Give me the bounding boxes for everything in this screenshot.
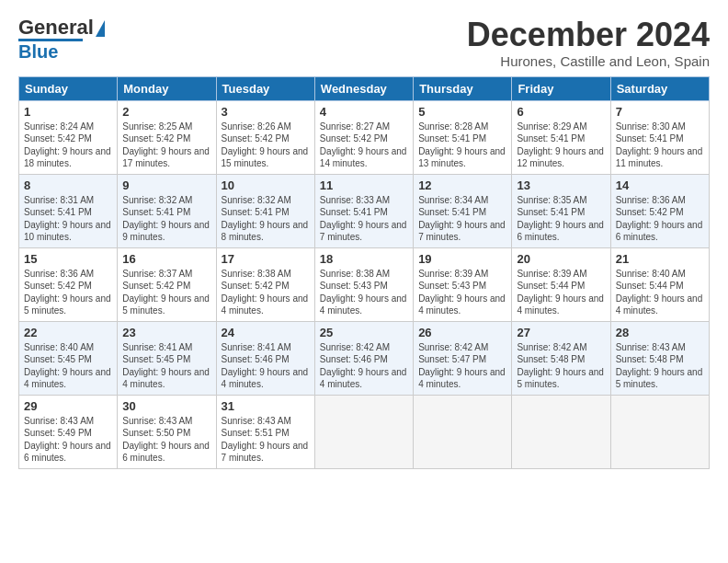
day-number: 5 [418, 105, 506, 119]
day-number: 25 [320, 326, 408, 339]
daylight-label: Daylight: 9 hours and 6 minutes. [122, 441, 210, 464]
sunset-label: Sunset: 5:41 PM [418, 207, 486, 217]
table-row [512, 395, 610, 468]
daylight-label: Daylight: 9 hours and 15 minutes. [222, 146, 309, 169]
table-row: 15 Sunrise: 8:36 AM Sunset: 5:42 PM Dayl… [19, 247, 118, 321]
table-row: 24 Sunrise: 8:41 AM Sunset: 5:46 PM Dayl… [216, 321, 314, 395]
table-row: 28 Sunrise: 8:43 AM Sunset: 5:48 PM Dayl… [610, 321, 709, 395]
sunrise-label: Sunrise: 8:32 AM [122, 195, 192, 205]
day-number: 19 [418, 252, 506, 266]
col-thursday: Thursday [414, 76, 512, 100]
sunset-label: Sunset: 5:43 PM [320, 281, 388, 291]
day-number: 26 [418, 326, 506, 339]
sunrise-label: Sunrise: 8:38 AM [320, 269, 390, 279]
title-block: December 2024 Hurones, Castille and Leon… [467, 17, 710, 69]
daylight-label: Daylight: 9 hours and 14 minutes. [320, 146, 407, 169]
sunset-label: Sunset: 5:50 PM [122, 428, 190, 438]
calendar: Sunday Monday Tuesday Wednesday Thursday… [18, 76, 710, 469]
table-row: 20 Sunrise: 8:39 AM Sunset: 5:44 PM Dayl… [512, 247, 610, 321]
table-row: 4 Sunrise: 8:27 AM Sunset: 5:42 PM Dayli… [314, 100, 413, 174]
day-number: 13 [517, 178, 605, 192]
table-row [314, 395, 413, 468]
daylight-label: Daylight: 9 hours and 7 minutes. [222, 441, 309, 464]
logo: General Blue [18, 17, 105, 62]
table-row: 22 Sunrise: 8:40 AM Sunset: 5:45 PM Dayl… [19, 321, 118, 395]
sunset-label: Sunset: 5:41 PM [222, 207, 290, 217]
sunset-label: Sunset: 5:42 PM [24, 281, 92, 291]
day-number: 29 [24, 399, 112, 413]
sunset-label: Sunset: 5:42 PM [616, 207, 684, 217]
table-row: 30 Sunrise: 8:43 AM Sunset: 5:50 PM Dayl… [118, 395, 216, 468]
sunset-label: Sunset: 5:43 PM [418, 281, 486, 291]
daylight-label: Daylight: 9 hours and 6 minutes. [517, 220, 604, 243]
day-number: 12 [418, 178, 506, 192]
sunset-label: Sunset: 5:44 PM [517, 281, 585, 291]
table-row: 23 Sunrise: 8:41 AM Sunset: 5:45 PM Dayl… [118, 321, 216, 395]
day-number: 30 [122, 399, 210, 413]
sunrise-label: Sunrise: 8:43 AM [222, 416, 291, 426]
daylight-label: Daylight: 9 hours and 5 minutes. [517, 367, 604, 390]
sunrise-label: Sunrise: 8:39 AM [418, 269, 488, 279]
day-number: 20 [517, 252, 605, 266]
header-row: Sunday Monday Tuesday Wednesday Thursday… [19, 76, 710, 100]
day-number: 11 [320, 178, 408, 192]
daylight-label: Daylight: 9 hours and 4 minutes. [320, 367, 407, 390]
logo-blue: Blue [18, 41, 58, 62]
daylight-label: Daylight: 9 hours and 5 minutes. [616, 367, 703, 390]
daylight-label: Daylight: 9 hours and 6 minutes. [24, 441, 111, 464]
table-row: 7 Sunrise: 8:30 AM Sunset: 5:41 PM Dayli… [610, 100, 709, 174]
daylight-label: Daylight: 9 hours and 9 minutes. [122, 220, 210, 243]
sunrise-label: Sunrise: 8:30 AM [616, 121, 686, 132]
daylight-label: Daylight: 9 hours and 5 minutes. [122, 293, 210, 316]
day-number: 7 [616, 105, 704, 119]
page: General Blue December 2024 Hurones, Cast… [0, 0, 728, 563]
sunrise-label: Sunrise: 8:42 AM [418, 342, 488, 352]
daylight-label: Daylight: 9 hours and 8 minutes. [222, 220, 309, 243]
daylight-label: Daylight: 9 hours and 4 minutes. [122, 367, 210, 390]
day-number: 21 [616, 252, 704, 266]
sunrise-label: Sunrise: 8:36 AM [616, 195, 686, 205]
table-row: 26 Sunrise: 8:42 AM Sunset: 5:47 PM Dayl… [414, 321, 512, 395]
sunset-label: Sunset: 5:49 PM [24, 428, 92, 438]
sunrise-label: Sunrise: 8:27 AM [320, 121, 390, 132]
table-row: 11 Sunrise: 8:33 AM Sunset: 5:41 PM Dayl… [314, 174, 413, 247]
table-row: 16 Sunrise: 8:37 AM Sunset: 5:42 PM Dayl… [118, 247, 216, 321]
day-number: 9 [122, 178, 210, 192]
sunset-label: Sunset: 5:45 PM [122, 354, 190, 364]
day-number: 16 [122, 252, 210, 266]
sunset-label: Sunset: 5:48 PM [616, 354, 684, 364]
daylight-label: Daylight: 9 hours and 4 minutes. [616, 293, 703, 316]
day-number: 15 [24, 252, 112, 266]
sunrise-label: Sunrise: 8:28 AM [418, 121, 488, 132]
daylight-label: Daylight: 9 hours and 4 minutes. [418, 367, 506, 390]
daylight-label: Daylight: 9 hours and 18 minutes. [24, 146, 111, 169]
table-row: 13 Sunrise: 8:35 AM Sunset: 5:41 PM Dayl… [512, 174, 610, 247]
day-number: 14 [616, 178, 704, 192]
col-saturday: Saturday [610, 76, 709, 100]
sunset-label: Sunset: 5:42 PM [222, 281, 290, 291]
day-number: 1 [24, 105, 112, 119]
sunrise-label: Sunrise: 8:40 AM [616, 269, 686, 279]
table-row: 19 Sunrise: 8:39 AM Sunset: 5:43 PM Dayl… [414, 247, 512, 321]
table-row: 10 Sunrise: 8:32 AM Sunset: 5:41 PM Dayl… [216, 174, 314, 247]
day-number: 31 [222, 399, 310, 413]
sunset-label: Sunset: 5:41 PM [24, 207, 92, 217]
daylight-label: Daylight: 9 hours and 4 minutes. [418, 293, 506, 316]
sunrise-label: Sunrise: 8:41 AM [222, 342, 291, 352]
month-title: December 2024 [467, 17, 710, 53]
table-row: 8 Sunrise: 8:31 AM Sunset: 5:41 PM Dayli… [19, 174, 118, 247]
day-number: 2 [122, 105, 210, 119]
table-row: 6 Sunrise: 8:29 AM Sunset: 5:41 PM Dayli… [512, 100, 610, 174]
week-row-5: 29 Sunrise: 8:43 AM Sunset: 5:49 PM Dayl… [19, 395, 710, 468]
sunrise-label: Sunrise: 8:40 AM [24, 342, 94, 352]
daylight-label: Daylight: 9 hours and 4 minutes. [517, 293, 604, 316]
col-tuesday: Tuesday [216, 76, 314, 100]
day-number: 6 [517, 105, 605, 119]
col-monday: Monday [118, 76, 216, 100]
table-row: 18 Sunrise: 8:38 AM Sunset: 5:43 PM Dayl… [314, 247, 413, 321]
daylight-label: Daylight: 9 hours and 4 minutes. [222, 293, 309, 316]
col-wednesday: Wednesday [314, 76, 413, 100]
table-row: 29 Sunrise: 8:43 AM Sunset: 5:49 PM Dayl… [19, 395, 118, 468]
sunrise-label: Sunrise: 8:43 AM [24, 416, 94, 426]
sunset-label: Sunset: 5:47 PM [418, 354, 486, 364]
